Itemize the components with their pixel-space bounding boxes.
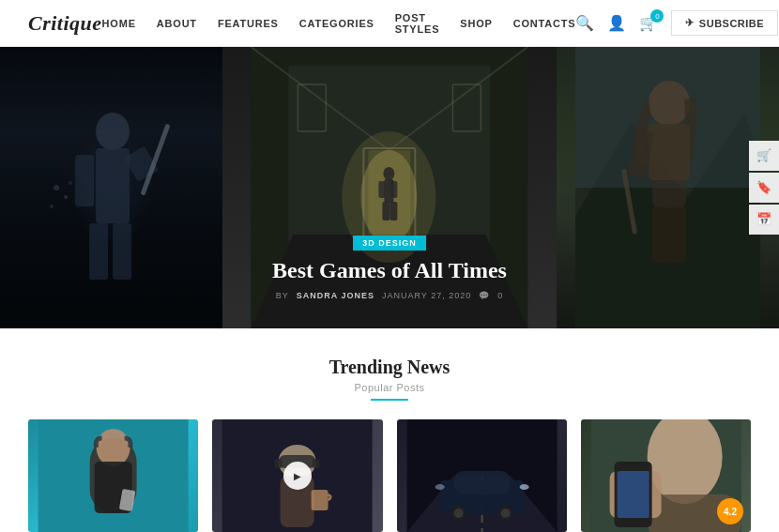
sidebar-bookmark-icon[interactable]: 🔖 (749, 173, 779, 203)
subscribe-icon: ✈ (685, 17, 695, 29)
svg-point-18 (384, 167, 395, 180)
card-4-image: 4.2 (581, 419, 751, 532)
header: Critique HOME ABOUT FEATURES CATEGORIES … (0, 0, 779, 47)
svg-point-9 (69, 181, 72, 185)
svg-point-7 (64, 195, 68, 199)
card-2-play-btn[interactable]: ▶ (283, 462, 312, 490)
nav-features[interactable]: FEATURES (218, 18, 279, 29)
hero-content: 3D DESIGN Best Games of All Times BY SAN… (222, 233, 557, 300)
svg-point-8 (50, 205, 53, 208)
card-3-image (397, 419, 567, 532)
hero-meta: BY SANDRA JONES JANUARY 27, 2020 💬 0 (222, 291, 557, 300)
card-4[interactable]: 4.2 MULTIPLAYER Top 10 Mobile Games Toda… (581, 419, 751, 532)
nav-about[interactable]: ABOUT (157, 18, 197, 29)
svg-rect-21 (391, 181, 398, 198)
site-logo[interactable]: Critique (28, 11, 102, 36)
warrior-scene-bg (0, 47, 222, 328)
sidebar-calendar-icon[interactable]: 📅 (749, 205, 779, 235)
svg-rect-4 (89, 223, 108, 280)
trending-cards: MULTIPLAYER Gadgets You Must Try in 2022… (28, 419, 751, 532)
svg-rect-49 (312, 490, 328, 510)
card-3[interactable]: MULTIPLAYER Ride or Die: Top Vehicles 20… (397, 419, 567, 532)
nav-shop[interactable]: SHOP (460, 18, 492, 29)
svg-rect-20 (379, 181, 386, 198)
hero-comments-icon: 💬 (479, 291, 490, 300)
hero-date: JANUARY 27, 2020 (382, 291, 471, 300)
trending-subtitle: Popular Posts (28, 382, 751, 393)
svg-rect-5 (113, 223, 131, 280)
trending-divider (371, 399, 408, 401)
svg-rect-36 (652, 206, 669, 263)
hero-category: 3D DESIGN (353, 236, 426, 251)
svg-rect-2 (75, 155, 94, 206)
svg-point-40 (97, 429, 130, 466)
cart-badge: 0 (650, 9, 664, 23)
woman-scene-bg (557, 47, 779, 328)
svg-rect-1 (96, 148, 130, 223)
svg-point-6 (53, 185, 59, 190)
svg-rect-54 (453, 471, 510, 494)
svg-point-0 (96, 113, 130, 150)
svg-rect-46 (275, 459, 283, 468)
svg-point-58 (500, 509, 510, 518)
hero-left-panel[interactable] (0, 47, 222, 328)
svg-point-60 (435, 484, 444, 490)
svg-point-59 (519, 484, 528, 490)
svg-rect-67 (617, 471, 649, 518)
header-actions: 🔍 👤 🛒 0 ✈ SUBSCRIBE (575, 10, 778, 36)
user-icon[interactable]: 👤 (607, 14, 626, 32)
card-4-rating: 4.2 (717, 498, 743, 524)
search-icon[interactable]: 🔍 (575, 14, 594, 32)
sidebar-cart-icon[interactable]: 🛒 (749, 141, 779, 171)
subscribe-button[interactable]: ✈ SUBSCRIBE (671, 10, 778, 36)
trending-title: Trending News (28, 357, 751, 378)
nav-categories[interactable]: CATEGORIES (299, 18, 374, 29)
trending-section: Trending News Popular Posts (0, 328, 779, 532)
hero-section: 3D DESIGN Best Games of All Times BY SAN… (0, 47, 779, 328)
svg-rect-33 (649, 124, 690, 180)
svg-point-31 (649, 81, 690, 126)
cart-icon[interactable]: 🛒 0 (639, 14, 658, 32)
hero-author: SANDRA JONES (297, 291, 374, 300)
svg-rect-47 (313, 459, 320, 468)
sidebar-icons: 🛒 🔖 📅 (749, 141, 779, 235)
hero-comments: 0 (497, 291, 503, 300)
hero-right-panel[interactable] (557, 47, 779, 328)
nav-contacts[interactable]: CONTACTS (513, 18, 576, 29)
nav-post-styles[interactable]: POST STYLES (395, 12, 440, 35)
hero-title: Best Games of All Times (222, 258, 557, 283)
subscribe-label: SUBSCRIBE (699, 18, 764, 29)
card-1-image (28, 419, 198, 532)
card-1[interactable]: MULTIPLAYER Gadgets You Must Try in 2022… (28, 419, 198, 532)
main-nav: HOME ABOUT FEATURES CATEGORIES POST STYL… (102, 12, 576, 35)
trending-header: Trending News Popular Posts (28, 357, 751, 401)
svg-point-56 (453, 509, 463, 518)
hero-center-panel[interactable]: 3D DESIGN Best Games of All Times BY SAN… (222, 47, 557, 328)
svg-rect-22 (383, 202, 390, 220)
nav-home[interactable]: HOME (102, 18, 136, 29)
card-2[interactable]: ▶ MULTIPLAYER Trending VR Games in the U… (212, 419, 382, 532)
svg-rect-37 (669, 206, 686, 263)
svg-rect-23 (390, 202, 398, 220)
card-2-image: ▶ (212, 419, 382, 532)
